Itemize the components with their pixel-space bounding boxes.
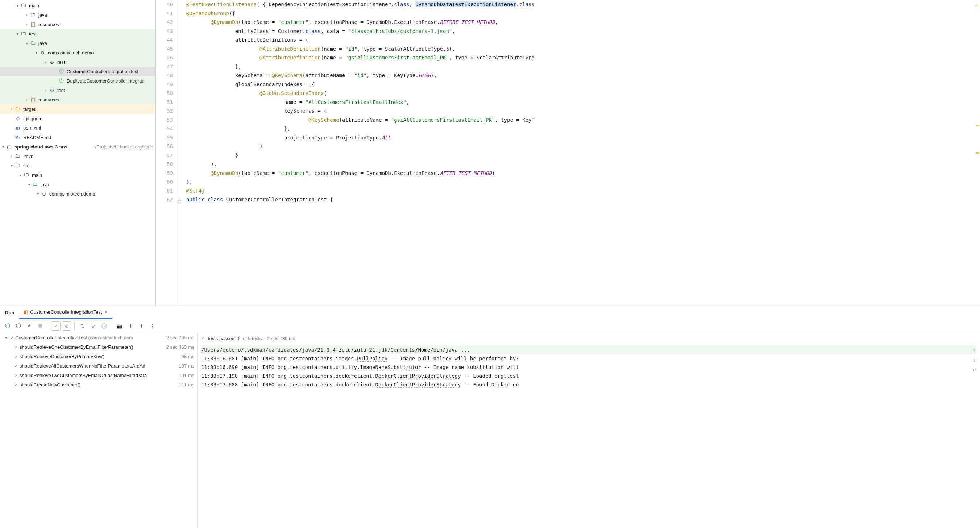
chevron-right-icon: › [9, 107, 14, 111]
code-line[interactable]: attributeDefinitions = { [186, 35, 980, 44]
console-output[interactable]: /Users/ootero/.sdkman/candidates/java/21… [197, 344, 980, 528]
history-button[interactable]: 🕓 [99, 321, 109, 331]
close-icon[interactable]: ✕ [104, 309, 108, 315]
line-warning-marker[interactable] [976, 125, 979, 126]
run-label: Run [0, 310, 19, 316]
project-tree[interactable]: ▾ main › java › 📋 resources ▾ test ▾ [0, 0, 156, 306]
code-line[interactable]: @AttributeDefinition(name = "gsiAllCusto… [186, 53, 980, 62]
line-warning-marker[interactable] [976, 152, 979, 154]
code-line[interactable]: @KeySchema(attributeName = "gsiAllCustom… [186, 116, 980, 125]
more-button[interactable]: ⋮ [148, 321, 157, 331]
sort-button[interactable]: ⇅ [78, 321, 87, 331]
warning-icon[interactable]: ⚠ [975, 1, 978, 10]
tree-file-pom[interactable]: m pom.xml [0, 123, 156, 133]
code-line[interactable]: globalSecondaryIndexes = { [186, 80, 980, 89]
tree-file-readme[interactable]: M↓ README.md [0, 133, 156, 142]
pass-icon: ✓ [14, 354, 18, 359]
tree-file-gitignore[interactable]: ⊘ .gitignore [0, 114, 156, 123]
code-line[interactable]: @GlobalSecondaryIndex( [186, 89, 980, 98]
tree-package-test[interactable]: › ⊙ test [0, 86, 156, 95]
code-line[interactable]: @AttributeDefinition(name = "id", type =… [186, 44, 980, 54]
code-line[interactable]: @DynamoDbGroup({ [186, 9, 980, 18]
code-line[interactable]: }) [186, 178, 980, 187]
test-duration: 2 sec 780 ms [164, 335, 194, 341]
import-button[interactable]: ⬇ [126, 321, 135, 331]
code-line[interactable]: ), [186, 160, 980, 169]
tree-folder-test-resources[interactable]: › 📋 resources [0, 95, 156, 104]
tree-folder-java[interactable]: › java [0, 10, 156, 19]
tree-label: .mvn [23, 154, 153, 159]
tree-file-test2[interactable]: ⓒ DuplicateCustomerControllerIntegrati [0, 76, 156, 86]
test-result-row[interactable]: ✓shouldCreateNewCustomer()111 ms [0, 380, 197, 390]
test-result-row[interactable]: ✓shouldRetrieveOneCustomerByEmailFilterP… [0, 342, 197, 352]
implements-gutter-icon[interactable]: ⬡ [178, 197, 181, 206]
tree-label: CustomerControllerIntegrationTest [67, 69, 153, 74]
code-line[interactable]: ) [186, 142, 980, 151]
rerun-button[interactable] [3, 321, 12, 331]
tree-label: .gitignore [23, 116, 153, 121]
show-passed-toggle[interactable]: ✓ [51, 321, 60, 331]
test-result-row[interactable]: ✓shouldRetrieveTwoCustomersByEmailOrLast… [0, 371, 197, 380]
tree-folder-java2[interactable]: ▾ java [0, 180, 156, 189]
chevron-down-icon: ▾ [14, 32, 20, 36]
tree-project[interactable]: ▾ ▢ spring-cloud-aws-3-sns ~/Projects/bi… [0, 142, 156, 151]
code-line[interactable]: @TestExecutionListeners( { DependencyInj… [186, 0, 980, 9]
code-line[interactable]: }, [186, 124, 980, 133]
tree-folder-mvn[interactable]: › .mvn [0, 151, 156, 161]
code-line[interactable]: @Slf4j [186, 187, 980, 195]
code-line[interactable]: name = "AllCustomersFirstLastEmailIndex"… [186, 98, 980, 107]
chevron-right-icon: › [9, 154, 14, 158]
toggle-auto-test-button[interactable] [25, 321, 34, 331]
console-line: 11:33:16.681 [main] INFO org.testcontain… [201, 354, 976, 363]
tree-folder-main[interactable]: ▾ main [0, 1, 156, 10]
code-line[interactable]: public class CustomerControllerIntegrati… [186, 195, 980, 204]
tree-folder-target[interactable]: › target [0, 104, 156, 114]
tree-label: resources [38, 22, 153, 27]
tree-label: java [41, 182, 153, 187]
code-line[interactable]: keySchemas = { [186, 106, 980, 116]
code-line[interactable]: } [186, 151, 980, 160]
tree-label: main [32, 172, 153, 178]
folder-icon [30, 40, 36, 46]
tree-folder-test[interactable]: ▾ test [0, 29, 156, 38]
chevron-down-icon: ▾ [9, 164, 14, 168]
code-line[interactable]: @DynamoDb(tableName = "customer", execut… [186, 169, 980, 178]
tree-package-rest[interactable]: ▾ ⊙ rest [0, 57, 156, 67]
tree-folder-main2[interactable]: ▾ main [0, 170, 156, 180]
run-toolbar: ✓ ⊘ ⇅ ↙ 🕓 📷 ⬇ ⬆ ⋮ [0, 319, 980, 333]
pass-icon: ✓ [14, 363, 18, 369]
tree-folder-test-java[interactable]: ▾ java [0, 38, 156, 48]
test-root-row[interactable]: ▾ ✓ CustomerControllerIntegrationTest (c… [0, 333, 197, 342]
summary-passed-count: 5 [238, 336, 241, 341]
test-results-tree[interactable]: ▾ ✓ CustomerControllerIntegrationTest (c… [0, 333, 197, 528]
code-line[interactable]: keySchema = @KeySchema(attributeName = "… [186, 71, 980, 80]
test-result-row[interactable]: ✓shouldRetrieveAllCustomersWhenNoFilterP… [0, 362, 197, 371]
code-line[interactable]: @DynamoDb(tableName = "customer", execut… [186, 18, 980, 27]
console-line: 11:33:17.198 [main] INFO org.testcontain… [201, 371, 976, 380]
screenshot-button[interactable]: 📷 [115, 321, 124, 331]
tree-label: DuplicateCustomerControllerIntegrati [67, 78, 153, 84]
chevron-down-icon: ▾ [14, 4, 20, 8]
run-tab[interactable]: ◧ CustomerControllerIntegrationTest ✕ [19, 306, 112, 319]
tree-package[interactable]: ▾ ⊙ com.asimiotech.demo [0, 48, 156, 57]
test-result-row[interactable]: ✓shouldRetrieveCustomerByPrimaryKey()98 … [0, 352, 197, 362]
tree-folder-resources[interactable]: › 📋 resources [0, 19, 156, 29]
expand-button[interactable]: ↙ [88, 321, 98, 331]
export-button[interactable]: ⬆ [137, 321, 146, 331]
pass-icon: ✓ [14, 373, 18, 378]
editor-code[interactable]: @TestExecutionListeners( { DependencyInj… [178, 0, 980, 306]
nav-up-button[interactable]: ↑ [970, 346, 978, 354]
rerun-failed-button[interactable] [14, 321, 23, 331]
code-line[interactable]: }, [186, 62, 980, 71]
tree-folder-src[interactable]: ▾ src [0, 161, 156, 170]
stop-button[interactable] [35, 321, 45, 331]
nav-down-button[interactable]: ↓ [970, 356, 978, 364]
show-ignored-toggle[interactable]: ⊘ [62, 321, 72, 331]
code-line[interactable]: entityClass = Customer.class, data = "cl… [186, 27, 980, 36]
code-editor[interactable]: 4041424344454647484950515253545556575859… [156, 0, 980, 306]
summary-prefix: Tests passed: [207, 336, 236, 341]
soft-wrap-button[interactable]: ↩ [970, 366, 978, 374]
tree-package2[interactable]: ▾ ⊙ com.asimiotech.demo [0, 189, 156, 198]
tree-file-test1[interactable]: ⓒ CustomerControllerIntegrationTest [0, 67, 156, 76]
code-line[interactable]: projectionType = ProjectionType.ALL [186, 133, 980, 142]
